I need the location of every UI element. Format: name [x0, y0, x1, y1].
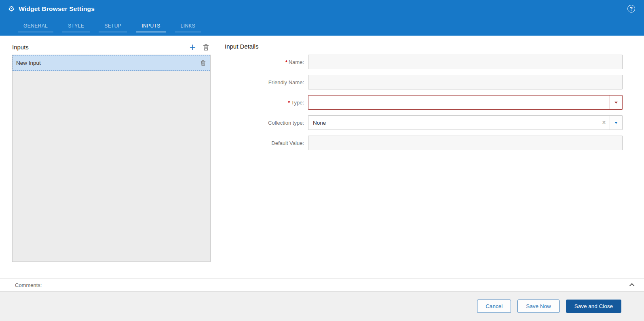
name-label-text: Name:: [289, 59, 304, 65]
add-input-button[interactable]: +: [190, 43, 196, 51]
type-dropdown-value: [308, 96, 610, 109]
collection-type-label-text: Collection type:: [268, 120, 304, 126]
tab-inputs[interactable]: INPUTS: [136, 21, 166, 32]
comments-bar[interactable]: Comments:: [0, 278, 644, 291]
details-title: Input Details: [225, 43, 623, 50]
chevron-up-icon[interactable]: [629, 283, 635, 288]
tab-bar: GENERAL STYLE SETUP INPUTS LINKS: [0, 18, 644, 36]
main-content: Inputs + New Input In: [0, 36, 644, 278]
type-label-text: Type:: [291, 100, 304, 106]
type-field-row: *Type:: [225, 95, 623, 110]
name-input[interactable]: [308, 55, 623, 69]
caret-down-icon: [614, 122, 618, 124]
tab-general[interactable]: GENERAL: [18, 21, 53, 32]
default-value-input[interactable]: [308, 136, 623, 150]
inputs-list[interactable]: New Input: [12, 55, 211, 262]
header-bar: ⚙ Widget Browser Settings ? GENERAL STYL…: [0, 0, 644, 36]
title-row: ⚙ Widget Browser Settings ?: [0, 0, 644, 18]
trash-icon: [203, 44, 209, 51]
friendly-name-input[interactable]: [308, 75, 623, 89]
type-dropdown-button[interactable]: [610, 96, 622, 109]
list-item-label: New Input: [16, 60, 41, 66]
inputs-panel: Inputs + New Input: [12, 43, 211, 262]
collection-type-field-row: Collection type: None ×: [225, 115, 623, 130]
tab-links[interactable]: LINKS: [175, 21, 201, 32]
name-label: *Name:: [225, 59, 308, 65]
collection-type-label: Collection type:: [225, 120, 308, 126]
save-and-close-button[interactable]: Save and Close: [566, 300, 621, 313]
inputs-panel-header: Inputs +: [12, 43, 211, 51]
footer-bar: Cancel Save Now Save and Close: [0, 291, 644, 321]
tab-setup[interactable]: SETUP: [99, 21, 127, 32]
required-asterisk: *: [288, 100, 290, 106]
clear-selection-icon[interactable]: ×: [598, 116, 610, 130]
comments-label: Comments:: [15, 282, 42, 288]
type-dropdown[interactable]: [308, 95, 623, 110]
gear-icon: ⚙: [8, 5, 15, 13]
list-item-new-input[interactable]: New Input: [13, 55, 210, 71]
tab-style[interactable]: STYLE: [62, 21, 90, 32]
cancel-button[interactable]: Cancel: [477, 300, 511, 313]
input-details-panel: Input Details *Name: Friendly Name: *Typ…: [225, 43, 623, 156]
friendly-name-label: Friendly Name:: [225, 79, 308, 85]
delete-item-button[interactable]: [201, 60, 206, 66]
help-icon[interactable]: ?: [627, 5, 635, 13]
default-value-label: Default Value:: [225, 140, 308, 146]
delete-input-button[interactable]: [203, 44, 209, 51]
collection-type-value: None: [308, 116, 598, 130]
inputs-panel-title: Inputs: [12, 44, 29, 51]
type-label: *Type:: [225, 100, 308, 106]
inputs-panel-actions: +: [190, 43, 211, 51]
collection-type-dropdown-button[interactable]: [610, 116, 622, 130]
friendly-name-label-text: Friendly Name:: [268, 79, 304, 85]
save-now-button[interactable]: Save Now: [517, 300, 560, 313]
friendly-name-field-row: Friendly Name:: [225, 75, 623, 89]
dialog-title: Widget Browser Settings: [19, 5, 95, 13]
trash-icon: [201, 60, 206, 66]
name-field-row: *Name:: [225, 55, 623, 69]
default-value-field-row: Default Value:: [225, 136, 623, 150]
collection-type-dropdown[interactable]: None ×: [308, 115, 623, 130]
caret-down-icon: [614, 102, 618, 104]
required-asterisk: *: [285, 59, 287, 65]
default-value-label-text: Default Value:: [271, 140, 304, 146]
